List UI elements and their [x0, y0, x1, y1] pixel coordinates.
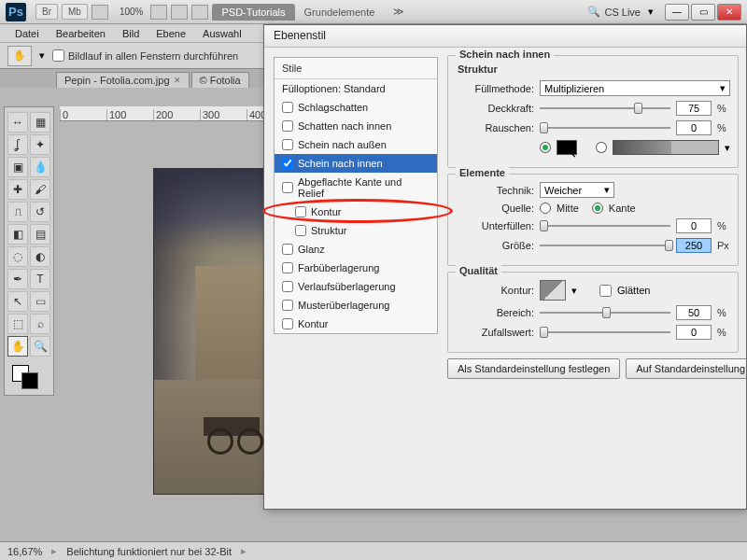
view-icon[interactable]: [92, 5, 108, 20]
maximize-button[interactable]: ▭: [691, 4, 715, 21]
3d-tool[interactable]: ⬚: [7, 314, 28, 334]
antialias-label: Glätten: [617, 285, 650, 296]
opacity-input[interactable]: 75: [676, 101, 712, 116]
scroll-all-label: Bildlauf in allen Fenstern durchführen: [68, 50, 238, 62]
close-icon[interactable]: ✕: [174, 76, 181, 85]
style-coloroverlay[interactable]: Farbüberlagerung: [275, 259, 437, 277]
opacity-label: Deckkraft:: [458, 103, 534, 114]
style-fillopts[interactable]: Fülloptionen: Standard: [275, 79, 437, 98]
scroll-all-checkbox[interactable]: Bildlauf in allen Fenstern durchführen: [52, 49, 238, 62]
style-bevel-contour[interactable]: Kontur: [275, 203, 437, 221]
opacity-slider[interactable]: [540, 102, 670, 115]
eyedropper-tool[interactable]: 💧: [30, 157, 50, 177]
technique-dropdown[interactable]: Weicher▾: [540, 182, 614, 198]
workspace-tab-grund[interactable]: Grundelemente: [295, 4, 385, 21]
range-slider[interactable]: [540, 306, 670, 319]
crop-tool[interactable]: ▣: [7, 157, 28, 177]
minimize-button[interactable]: —: [665, 4, 689, 21]
current-tool-hand-icon[interactable]: ✋: [7, 46, 32, 66]
zoom-tool[interactable]: 🔍: [30, 336, 50, 357]
glow-color-swatch[interactable]: [557, 140, 578, 155]
lasso-tool[interactable]: ʆ: [7, 134, 28, 155]
style-innerglow[interactable]: Schein nach innen: [275, 154, 437, 173]
dodge-tool[interactable]: ◐: [30, 246, 50, 267]
arrange-icon[interactable]: [171, 5, 188, 20]
menu-image[interactable]: Bild: [122, 28, 139, 39]
style-bevel[interactable]: Abgeflachte Kante und Relief: [275, 173, 437, 203]
stamp-tool[interactable]: ⎍: [7, 202, 28, 222]
source-center-radio[interactable]: [540, 203, 551, 214]
group-elements: Elemente Technik: Weicher▾ Quelle: Mitte…: [447, 174, 739, 266]
brush-tool[interactable]: 🖌: [30, 179, 50, 200]
gradient-radio[interactable]: [596, 142, 607, 153]
style-innershadow[interactable]: Schatten nach innen: [275, 117, 437, 135]
eraser-tool[interactable]: ◧: [7, 224, 28, 245]
shape-tool[interactable]: ▭: [30, 291, 50, 312]
menu-layer[interactable]: Ebene: [156, 28, 186, 39]
menu-edit[interactable]: Bearbeiten: [56, 28, 106, 39]
background-swatch[interactable]: [21, 372, 38, 389]
range-input[interactable]: 50: [676, 305, 712, 320]
wand-tool[interactable]: ✦: [30, 134, 50, 155]
zoom-display[interactable]: 100%: [120, 7, 144, 17]
fillmethod-dropdown[interactable]: Multiplizieren▾: [540, 80, 730, 96]
style-dropshadow[interactable]: Schlagschatten: [275, 98, 437, 117]
noise-input[interactable]: 0: [676, 120, 712, 135]
jitter-slider[interactable]: [540, 326, 670, 339]
chevron-down-icon[interactable]: ▾: [648, 6, 654, 18]
group-innerglow: Schein nach innen Struktur Füllmethode: …: [447, 55, 739, 168]
move-tool[interactable]: ↔: [7, 112, 28, 133]
style-bevel-texture[interactable]: Struktur: [275, 221, 437, 240]
hand-tool[interactable]: ✋: [7, 336, 28, 357]
doc-tab-1[interactable]: Pepin - Fotolia.com.jpg✕: [56, 72, 190, 88]
blur-tool[interactable]: ◌: [7, 246, 28, 267]
scroll-all-check[interactable]: [52, 49, 64, 62]
path-tool[interactable]: ↖: [7, 291, 28, 312]
screen-icon[interactable]: [191, 5, 208, 20]
hand-icon[interactable]: [150, 5, 167, 20]
pen-tool[interactable]: ✒: [7, 269, 28, 289]
style-gradoverlay[interactable]: Verlaufsüberlagerung: [275, 277, 437, 296]
workspace-tab-psd[interactable]: PSD-Tutorials: [212, 4, 294, 21]
color-swatches[interactable]: [7, 363, 51, 391]
style-outerglow[interactable]: Schein nach außen: [275, 135, 437, 154]
size-input[interactable]: 250: [676, 238, 712, 253]
style-stroke[interactable]: Kontur: [275, 315, 437, 333]
style-satin[interactable]: Glanz: [275, 240, 437, 259]
glow-gradient-swatch[interactable]: [613, 140, 719, 155]
choke-slider[interactable]: [540, 219, 670, 232]
size-slider[interactable]: [540, 239, 670, 252]
choke-input[interactable]: 0: [676, 218, 712, 233]
heal-tool[interactable]: ✚: [7, 179, 28, 200]
jitter-input[interactable]: 0: [676, 325, 712, 340]
menu-file[interactable]: Datei: [15, 28, 39, 39]
style-patoverlay[interactable]: Musterüberlagerung: [275, 296, 437, 315]
source-edge-radio[interactable]: [592, 203, 603, 214]
size-label: Größe:: [458, 240, 534, 251]
doc-tab-2[interactable]: © Fotolia: [191, 72, 249, 88]
gradient-tool[interactable]: ▤: [30, 224, 50, 245]
workspace-more[interactable]: ≫: [384, 3, 414, 21]
close-button[interactable]: ✕: [717, 4, 741, 21]
styles-header[interactable]: Stile: [275, 58, 437, 79]
bridge-button[interactable]: Br: [35, 4, 58, 20]
camera-tool[interactable]: ⌕: [30, 314, 50, 334]
color-radio[interactable]: [540, 142, 551, 153]
menu-select[interactable]: Auswahl: [203, 28, 242, 39]
contour-label: Kontur:: [458, 285, 534, 296]
minibridge-button[interactable]: Mb: [62, 4, 88, 20]
type-tool[interactable]: T: [30, 269, 50, 289]
make-default-button[interactable]: Als Standardeinstellung festlegen: [447, 358, 620, 379]
status-zoom[interactable]: 16,67%: [7, 546, 42, 557]
chevron-down-icon[interactable]: ▾: [39, 49, 45, 62]
chevron-down-icon[interactable]: ▾: [571, 285, 577, 297]
contour-picker[interactable]: [540, 280, 566, 301]
chevron-down-icon[interactable]: ▾: [725, 142, 730, 154]
reset-default-button[interactable]: Auf Standardeinstellung zurü: [626, 358, 746, 379]
noise-slider[interactable]: [540, 121, 670, 134]
antialias-checkbox[interactable]: [599, 285, 612, 297]
marquee-tool[interactable]: ▦: [30, 112, 50, 133]
search-icon[interactable]: 🔍: [587, 6, 600, 18]
history-brush-tool[interactable]: ↺: [30, 202, 50, 222]
cslive-button[interactable]: CS Live: [604, 7, 641, 18]
